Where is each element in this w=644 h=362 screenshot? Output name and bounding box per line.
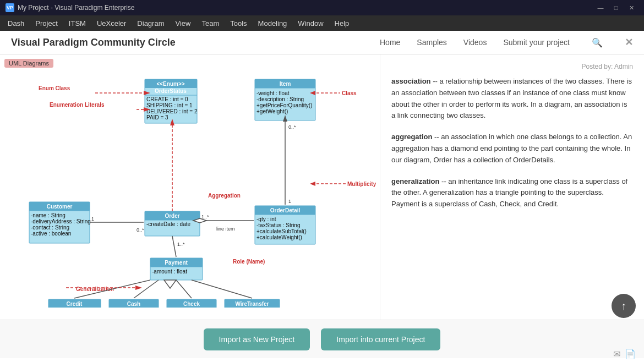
svg-text:-description : String: -description : String	[256, 96, 304, 102]
uml-diagram-svg: <<Enum>> OrderStatus CREATE : int = 0 SH…	[4, 71, 379, 308]
svg-text:-active : boolean: -active : boolean	[31, 231, 71, 237]
menu-itsm[interactable]: ITSM	[63, 17, 91, 30]
svg-text:-weight : float: -weight : float	[256, 90, 290, 96]
svg-marker-105	[135, 286, 142, 290]
svg-text:Cash: Cash	[127, 301, 140, 307]
svg-text:OrderStatus: OrderStatus	[155, 88, 187, 94]
menu-project[interactable]: Project	[30, 17, 63, 30]
menu-uexceler[interactable]: UeXceler	[91, 17, 132, 30]
term-association: association	[391, 77, 431, 85]
scroll-top-icon: ↑	[621, 300, 626, 312]
status-icons: ✉ 📄	[613, 349, 636, 359]
svg-text:1..*: 1..*	[201, 214, 209, 220]
window-title: My Project - Visual Paradigm Enterprise	[18, 4, 135, 12]
nav-home[interactable]: Home	[380, 38, 400, 47]
menu-team[interactable]: Team	[196, 17, 225, 30]
svg-text:DELIVERED : int = 2: DELIVERED : int = 2	[146, 108, 198, 114]
maximize-button[interactable]: □	[609, 2, 623, 13]
bottom-bar: Import as New Project Import into curren…	[0, 320, 644, 358]
svg-text:0..*: 0..*	[288, 124, 296, 130]
svg-text:CREATE : int = 0: CREATE : int = 0	[146, 96, 188, 102]
svg-text:-name : String: -name : String	[31, 212, 66, 218]
svg-text:Payment: Payment	[165, 260, 188, 266]
menu-diagram[interactable]: Diagram	[132, 17, 170, 30]
description-generalization: generalization -- an inheritance link in…	[391, 176, 633, 210]
svg-line-102	[192, 280, 252, 298]
description-association: association -- a relationship between in…	[391, 76, 633, 122]
svg-text:-qty : int: -qty : int	[256, 216, 276, 222]
svg-text:Check: Check	[183, 301, 200, 307]
svg-text:-taxStatus : String: -taxStatus : String	[256, 222, 300, 228]
email-icon[interactable]: ✉	[613, 349, 620, 359]
svg-text:Class: Class	[342, 90, 357, 96]
nav-submit[interactable]: Submit your project	[503, 38, 570, 47]
minimize-button[interactable]: —	[593, 2, 608, 13]
svg-text:Order: Order	[165, 213, 179, 219]
svg-text:SHIPPING : int = 1: SHIPPING : int = 1	[146, 102, 193, 108]
svg-text:1..*: 1..*	[177, 242, 185, 247]
term-generalization: generalization	[391, 177, 439, 185]
svg-text:1: 1	[91, 216, 94, 222]
svg-marker-78	[310, 182, 315, 186]
svg-text:Aggregation: Aggregation	[208, 193, 241, 199]
svg-text:-createDate : date: -createDate : date	[146, 221, 190, 227]
svg-text:Enumeration Literals: Enumeration Literals	[50, 102, 105, 108]
close-button[interactable]: ✕	[624, 2, 638, 13]
svg-text:line item: line item	[216, 226, 235, 232]
menu-help[interactable]: Help	[329, 17, 355, 30]
app-icon: VP	[6, 3, 14, 12]
svg-text:Enum Class: Enum Class	[39, 85, 70, 91]
svg-text:-contact : String: -contact : String	[31, 224, 69, 231]
svg-text:Generalization: Generalization	[76, 286, 114, 292]
close-panel-icon[interactable]: ✕	[625, 36, 633, 48]
nav-videos[interactable]: Videos	[463, 38, 487, 47]
term-aggregation: aggregation	[391, 133, 432, 141]
main-body: UML Diagrams <<Enum>> OrderStatus CREATE…	[0, 54, 644, 320]
import-current-button[interactable]: Import into current Project	[321, 328, 440, 350]
menu-dash[interactable]: Dash	[2, 17, 30, 30]
community-header: Visual Paradigm Community Circle Home Sa…	[0, 31, 644, 54]
diagram-area: UML Diagrams <<Enum>> OrderStatus CREATE…	[0, 54, 380, 320]
description-area: Posted by: Admin association -- a relati…	[380, 54, 644, 320]
svg-text:+calculateWeight(): +calculateWeight()	[256, 234, 302, 240]
nav-samples[interactable]: Samples	[417, 38, 446, 47]
svg-text:+getWeight(): +getWeight()	[256, 108, 288, 114]
window-controls: — □ ✕	[593, 2, 638, 13]
svg-text:Role (Name): Role (Name)	[233, 259, 265, 265]
svg-text:Customer: Customer	[47, 204, 73, 210]
menu-window[interactable]: Window	[292, 17, 329, 30]
title-bar: VP My Project - Visual Paradigm Enterpri…	[0, 0, 644, 15]
svg-text:PAID = 3: PAID = 3	[146, 114, 168, 120]
svg-text:-deliveryAddress : String: -deliveryAddress : String	[31, 218, 91, 224]
svg-text:OrderDetail: OrderDetail	[270, 207, 301, 213]
svg-line-95	[172, 236, 176, 257]
svg-text:Item: Item	[280, 81, 291, 87]
menu-bar: Dash Project ITSM UeXceler Diagram View …	[0, 15, 644, 31]
svg-text:<<Enum>>: <<Enum>>	[156, 81, 184, 87]
svg-text:+calculateSubTotal(): +calculateSubTotal()	[256, 228, 307, 234]
svg-text:Multiplicity: Multiplicity	[347, 181, 376, 187]
scroll-top-button[interactable]: ↑	[612, 294, 636, 318]
svg-text:WireTransfer: WireTransfer	[235, 301, 269, 307]
menu-view[interactable]: View	[170, 17, 196, 30]
menu-tools[interactable]: Tools	[225, 17, 252, 30]
description-aggregation: aggregation -- an association in which o…	[391, 131, 633, 166]
svg-text:0..*: 0..*	[137, 227, 144, 233]
svg-marker-103	[164, 280, 176, 288]
uml-tag: UML Diagrams	[4, 59, 53, 68]
search-icon[interactable]: 🔍	[592, 37, 603, 48]
svg-text:+getPriceForQuantity(): +getPriceForQuantity()	[256, 102, 312, 108]
import-new-button[interactable]: Import as New Project	[204, 328, 310, 350]
document-icon[interactable]: 📄	[625, 349, 636, 359]
menu-modeling[interactable]: Modeling	[253, 17, 293, 30]
community-title: Visual Paradigm Community Circle	[11, 37, 380, 48]
svg-text:1: 1	[288, 199, 291, 204]
community-nav: Home Samples Videos Submit your project …	[380, 36, 633, 48]
content-area: Visual Paradigm Community Circle Home Sa…	[0, 31, 644, 362]
posted-by: Posted by: Admin	[391, 63, 633, 70]
svg-text:-amount : float: -amount : float	[152, 268, 187, 275]
svg-line-101	[176, 280, 192, 298]
diagram-svg-container: <<Enum>> OrderStatus CREATE : int = 0 SH…	[4, 71, 375, 314]
svg-text:Credit: Credit	[67, 301, 83, 307]
